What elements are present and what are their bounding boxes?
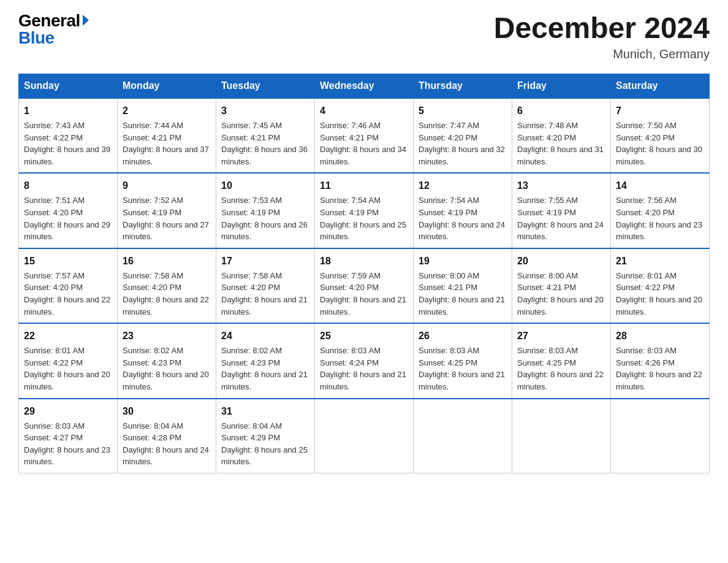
day-info: Sunrise: 7:50 AMSunset: 4:20 PMDaylight:…	[616, 121, 702, 166]
week-row-0: 1 Sunrise: 7:43 AMSunset: 4:22 PMDayligh…	[19, 98, 710, 173]
day-cell: 6 Sunrise: 7:48 AMSunset: 4:20 PMDayligh…	[512, 98, 611, 173]
header-thursday: Thursday	[414, 74, 512, 98]
day-info: Sunrise: 7:44 AMSunset: 4:21 PMDaylight:…	[123, 121, 209, 166]
day-info: Sunrise: 8:03 AMSunset: 4:25 PMDaylight:…	[517, 346, 604, 391]
title-block: December 2024 Munich, Germany	[494, 12, 710, 61]
day-number: 8	[24, 178, 112, 193]
location: Munich, Germany	[494, 47, 710, 61]
logo-general-text: General	[18, 12, 80, 29]
day-number: 27	[517, 329, 605, 343]
day-number: 23	[123, 329, 211, 343]
day-number: 24	[221, 329, 309, 343]
day-info: Sunrise: 7:57 AMSunset: 4:20 PMDaylight:…	[24, 271, 110, 316]
day-number: 25	[320, 329, 408, 343]
day-info: Sunrise: 7:43 AMSunset: 4:22 PMDaylight:…	[24, 121, 110, 166]
day-number: 15	[24, 254, 112, 268]
day-number: 12	[419, 178, 507, 193]
day-cell: 29 Sunrise: 8:03 AMSunset: 4:27 PMDaylig…	[19, 399, 118, 473]
day-info: Sunrise: 8:02 AMSunset: 4:23 PMDaylight:…	[221, 346, 308, 391]
day-number: 29	[24, 404, 112, 418]
day-cell: 18 Sunrise: 7:59 AMSunset: 4:20 PMDaylig…	[315, 248, 414, 323]
week-row-3: 22 Sunrise: 8:01 AMSunset: 4:22 PMDaylig…	[19, 323, 710, 398]
day-info: Sunrise: 7:45 AMSunset: 4:21 PMDaylight:…	[221, 121, 308, 166]
day-cell	[315, 399, 414, 473]
day-number: 10	[221, 178, 309, 193]
day-info: Sunrise: 8:02 AMSunset: 4:23 PMDaylight:…	[123, 346, 209, 391]
day-info: Sunrise: 7:53 AMSunset: 4:19 PMDaylight:…	[221, 196, 308, 241]
day-number: 4	[320, 104, 408, 118]
day-cell: 17 Sunrise: 7:58 AMSunset: 4:20 PMDaylig…	[216, 248, 315, 323]
day-cell: 4 Sunrise: 7:46 AMSunset: 4:21 PMDayligh…	[315, 98, 414, 173]
day-info: Sunrise: 7:47 AMSunset: 4:20 PMDaylight:…	[419, 121, 505, 166]
day-info: Sunrise: 7:52 AMSunset: 4:19 PMDaylight:…	[123, 196, 209, 241]
day-cell	[414, 399, 512, 473]
day-info: Sunrise: 8:00 AMSunset: 4:21 PMDaylight:…	[517, 271, 604, 316]
day-cell: 27 Sunrise: 8:03 AMSunset: 4:25 PMDaylig…	[512, 323, 611, 398]
day-cell: 14 Sunrise: 7:56 AMSunset: 4:20 PMDaylig…	[611, 173, 710, 248]
day-info: Sunrise: 8:03 AMSunset: 4:24 PMDaylight:…	[320, 346, 406, 391]
day-cell: 12 Sunrise: 7:54 AMSunset: 4:19 PMDaylig…	[414, 173, 512, 248]
week-row-1: 8 Sunrise: 7:51 AMSunset: 4:20 PMDayligh…	[19, 173, 710, 248]
day-number: 28	[616, 329, 704, 343]
header-saturday: Saturday	[611, 74, 710, 98]
day-number: 22	[24, 329, 112, 343]
day-info: Sunrise: 7:54 AMSunset: 4:19 PMDaylight:…	[419, 196, 505, 241]
day-cell: 5 Sunrise: 7:47 AMSunset: 4:20 PMDayligh…	[414, 98, 512, 173]
day-number: 5	[419, 104, 507, 118]
day-info: Sunrise: 7:55 AMSunset: 4:19 PMDaylight:…	[517, 196, 604, 241]
logo: General Blue	[18, 12, 89, 47]
day-info: Sunrise: 8:01 AMSunset: 4:22 PMDaylight:…	[24, 346, 110, 391]
day-number: 17	[221, 254, 309, 268]
day-cell: 15 Sunrise: 7:57 AMSunset: 4:20 PMDaylig…	[19, 248, 118, 323]
calendar-table: SundayMondayTuesdayWednesdayThursdayFrid…	[18, 74, 710, 473]
day-cell: 16 Sunrise: 7:58 AMSunset: 4:20 PMDaylig…	[118, 248, 216, 323]
page-header: General Blue December 2024 Munich, Germa…	[18, 12, 710, 61]
week-row-2: 15 Sunrise: 7:57 AMSunset: 4:20 PMDaylig…	[19, 248, 710, 323]
day-cell: 23 Sunrise: 8:02 AMSunset: 4:23 PMDaylig…	[118, 323, 216, 398]
day-cell: 20 Sunrise: 8:00 AMSunset: 4:21 PMDaylig…	[512, 248, 611, 323]
day-number: 3	[221, 104, 309, 118]
day-cell: 11 Sunrise: 7:54 AMSunset: 4:19 PMDaylig…	[315, 173, 414, 248]
day-info: Sunrise: 8:04 AMSunset: 4:28 PMDaylight:…	[123, 421, 209, 467]
day-number: 19	[419, 254, 507, 268]
day-number: 16	[123, 254, 211, 268]
day-cell: 1 Sunrise: 7:43 AMSunset: 4:22 PMDayligh…	[19, 98, 118, 173]
day-info: Sunrise: 7:51 AMSunset: 4:20 PMDaylight:…	[24, 196, 110, 241]
day-info: Sunrise: 8:03 AMSunset: 4:26 PMDaylight:…	[616, 346, 702, 391]
day-cell: 3 Sunrise: 7:45 AMSunset: 4:21 PMDayligh…	[216, 98, 315, 173]
day-cell: 26 Sunrise: 8:03 AMSunset: 4:25 PMDaylig…	[414, 323, 512, 398]
week-row-4: 29 Sunrise: 8:03 AMSunset: 4:27 PMDaylig…	[19, 399, 710, 473]
day-number: 7	[616, 104, 704, 118]
day-number: 21	[616, 254, 704, 268]
day-info: Sunrise: 7:56 AMSunset: 4:20 PMDaylight:…	[616, 196, 702, 241]
day-cell: 19 Sunrise: 8:00 AMSunset: 4:21 PMDaylig…	[414, 248, 512, 323]
header-friday: Friday	[512, 74, 611, 98]
day-number: 9	[123, 178, 211, 193]
day-cell	[512, 399, 611, 473]
day-cell: 21 Sunrise: 8:01 AMSunset: 4:22 PMDaylig…	[611, 248, 710, 323]
month-title: December 2024	[494, 12, 710, 45]
day-number: 14	[616, 178, 704, 193]
day-cell: 24 Sunrise: 8:02 AMSunset: 4:23 PMDaylig…	[216, 323, 315, 398]
day-info: Sunrise: 7:58 AMSunset: 4:20 PMDaylight:…	[123, 271, 209, 316]
day-cell: 22 Sunrise: 8:01 AMSunset: 4:22 PMDaylig…	[19, 323, 118, 398]
day-info: Sunrise: 7:46 AMSunset: 4:21 PMDaylight:…	[320, 121, 406, 166]
day-cell	[611, 399, 710, 473]
day-number: 30	[123, 404, 211, 418]
day-number: 18	[320, 254, 408, 268]
day-number: 31	[221, 404, 309, 418]
day-number: 6	[517, 104, 605, 118]
day-info: Sunrise: 8:03 AMSunset: 4:25 PMDaylight:…	[419, 346, 505, 391]
day-cell: 2 Sunrise: 7:44 AMSunset: 4:21 PMDayligh…	[118, 98, 216, 173]
calendar-header-row: SundayMondayTuesdayWednesdayThursdayFrid…	[19, 74, 710, 98]
day-cell: 8 Sunrise: 7:51 AMSunset: 4:20 PMDayligh…	[19, 173, 118, 248]
day-info: Sunrise: 8:00 AMSunset: 4:21 PMDaylight:…	[419, 271, 505, 316]
day-cell: 10 Sunrise: 7:53 AMSunset: 4:19 PMDaylig…	[216, 173, 315, 248]
day-cell: 30 Sunrise: 8:04 AMSunset: 4:28 PMDaylig…	[118, 399, 216, 473]
day-cell: 13 Sunrise: 7:55 AMSunset: 4:19 PMDaylig…	[512, 173, 611, 248]
header-sunday: Sunday	[19, 74, 118, 98]
day-cell: 7 Sunrise: 7:50 AMSunset: 4:20 PMDayligh…	[611, 98, 710, 173]
header-wednesday: Wednesday	[315, 74, 414, 98]
day-info: Sunrise: 8:03 AMSunset: 4:27 PMDaylight:…	[24, 421, 110, 467]
day-number: 20	[517, 254, 605, 268]
